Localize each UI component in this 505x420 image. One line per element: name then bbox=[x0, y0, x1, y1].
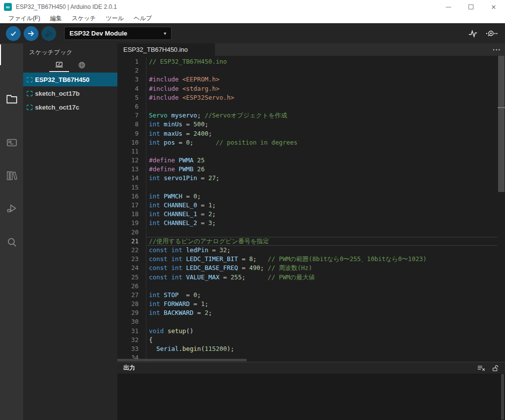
maximize-button[interactable] bbox=[460, 0, 482, 14]
sketch-list: ESP32_TB67H450sketch_oct17bsketch_oct17c bbox=[23, 73, 117, 114]
verify-button[interactable] bbox=[6, 26, 21, 41]
line-number: 12 bbox=[117, 156, 146, 165]
activity-sketchbook[interactable] bbox=[0, 88, 23, 110]
code-line-19[interactable]: 19int CHANNEL_2 = 3; bbox=[117, 219, 497, 228]
code-line-14[interactable]: 14int servo1Pin = 27; bbox=[117, 174, 497, 183]
serial-monitor-button[interactable] bbox=[485, 27, 498, 40]
code-line-text: const int LEDC_BASE_FREQ = 490; // 周波数(H… bbox=[146, 264, 497, 272]
sketch-item-sketch_oct17c[interactable]: sketch_oct17c bbox=[23, 100, 117, 114]
menu-item-2[interactable]: スケッチ bbox=[67, 14, 100, 23]
code-line-9[interactable]: 9int maxUs = 2400; bbox=[117, 129, 497, 138]
code-line-26[interactable]: 26 bbox=[117, 282, 497, 291]
code-line-7[interactable]: 7Servo myservo; //Servoオブジェクトを作成 bbox=[117, 111, 497, 120]
activity-boards-manager[interactable] bbox=[0, 132, 23, 153]
menu-item-4[interactable]: ヘルプ bbox=[129, 14, 156, 23]
code-line-text bbox=[146, 282, 497, 291]
vertical-scrollbar-thumb[interactable] bbox=[498, 56, 505, 192]
code-line-text: int pos = 0; // position in degrees bbox=[146, 138, 497, 147]
close-icon: ✕ bbox=[491, 4, 497, 10]
code-line-27[interactable]: 27int STOP = 0; bbox=[117, 291, 497, 300]
debug-button[interactable] bbox=[41, 26, 56, 41]
more-actions-button[interactable]: ··· bbox=[493, 43, 501, 56]
line-number: 31 bbox=[117, 327, 146, 336]
sketchbook-sidebar: スケッチブック bbox=[23, 43, 117, 420]
minimize-button[interactable] bbox=[437, 0, 460, 14]
code-editor[interactable]: 1// ESP32_TB67H450.ino23#include <EEPROM… bbox=[117, 56, 505, 362]
tab-local-sketchbook[interactable] bbox=[48, 58, 71, 72]
code-content[interactable]: 1// ESP32_TB67H450.ino23#include <EEPROM… bbox=[117, 57, 497, 362]
code-line-30[interactable]: 30 bbox=[117, 317, 497, 326]
code-line-4[interactable]: 4#include <stdarg.h> bbox=[117, 84, 497, 93]
activity-library-manager[interactable] bbox=[0, 165, 23, 187]
globe-icon bbox=[77, 60, 87, 70]
code-line-12[interactable]: 12#define PWMA 25 bbox=[117, 156, 497, 165]
output-panel-content[interactable] bbox=[117, 374, 505, 420]
code-line-text: int FORWARD = 1; bbox=[146, 300, 497, 308]
code-line-18[interactable]: 18int CHANNEL_1 = 2; bbox=[117, 210, 497, 219]
menu-item-3[interactable]: ツール bbox=[102, 14, 129, 23]
sketch-item-sketch_oct17b[interactable]: sketch_oct17b bbox=[23, 86, 117, 100]
code-line-11[interactable]: 11 bbox=[117, 147, 497, 156]
line-number: 8 bbox=[117, 120, 146, 129]
code-line-text: { bbox=[146, 336, 497, 344]
code-line-31[interactable]: 31void setup() bbox=[117, 327, 497, 336]
code-line-22[interactable]: 22const int ledPin = 32; bbox=[117, 246, 497, 255]
code-line-2[interactable]: 2 bbox=[117, 66, 497, 75]
menu-item-0[interactable]: ファイル(F) bbox=[4, 14, 44, 23]
sketch-item-ESP32_TB67H450[interactable]: ESP32_TB67H450 bbox=[23, 73, 117, 86]
close-button[interactable]: ✕ bbox=[482, 0, 505, 14]
clear-output-button[interactable] bbox=[476, 364, 486, 373]
code-line-13[interactable]: 13#define PWMB 26 bbox=[117, 165, 497, 174]
activity-search[interactable] bbox=[0, 231, 23, 253]
tab-label: ESP32_TB67H450.ino bbox=[123, 46, 188, 53]
activity-debug[interactable] bbox=[0, 197, 23, 219]
debug-play-icon bbox=[44, 29, 54, 38]
code-line-text bbox=[146, 228, 497, 237]
board-icon bbox=[5, 136, 18, 149]
line-number: 16 bbox=[117, 192, 146, 201]
code-line-24[interactable]: 24const int LEDC_BASE_FREQ = 490; // 周波数… bbox=[117, 264, 497, 272]
code-line-33[interactable]: 33 Serial.begin(115200); bbox=[117, 344, 497, 353]
code-line-32[interactable]: 32{ bbox=[117, 336, 497, 344]
arduino-ide-window: ∞ ESP32_TB67H450 | Arduino IDE 2.0.1 ✕ フ… bbox=[0, 0, 505, 420]
code-line-20[interactable]: 20 bbox=[117, 228, 497, 237]
code-line-16[interactable]: 16int PWMCH = 0; bbox=[117, 192, 497, 201]
code-line-text: const int ledPin = 32; bbox=[146, 246, 497, 255]
panel-scrollbar-thumb[interactable] bbox=[501, 374, 504, 420]
code-line-6[interactable]: 6 bbox=[117, 102, 497, 111]
line-number: 19 bbox=[117, 219, 146, 228]
code-line-3[interactable]: 3#include <EEPROM.h> bbox=[117, 75, 497, 84]
horizontal-scrollbar-thumb[interactable] bbox=[117, 359, 247, 361]
tab-cloud-sketchbook[interactable] bbox=[71, 58, 93, 72]
code-line-21[interactable]: 21//使用するピンのアナログピン番号を指定 bbox=[117, 237, 497, 246]
code-line-text: #include <ESP32Servo.h> bbox=[146, 93, 497, 102]
debug-icon bbox=[5, 202, 18, 215]
code-line-17[interactable]: 17int CHANNEL_0 = 1; bbox=[117, 201, 497, 210]
line-number: 28 bbox=[117, 300, 146, 308]
code-line-28[interactable]: 28int FORWARD = 1; bbox=[117, 300, 497, 308]
maximize-icon bbox=[469, 4, 473, 9]
serial-plotter-button[interactable] bbox=[467, 27, 479, 40]
toggle-autoscroll-button[interactable] bbox=[490, 364, 500, 373]
code-line-8[interactable]: 8int minUs = 500; bbox=[117, 120, 497, 129]
line-number: 15 bbox=[117, 183, 146, 192]
line-number: 24 bbox=[117, 264, 146, 272]
upload-button[interactable] bbox=[24, 26, 38, 41]
code-line-1[interactable]: 1// ESP32_TB67H450.ino bbox=[117, 57, 497, 66]
code-line-text: int CHANNEL_0 = 1; bbox=[146, 201, 497, 210]
code-line-text: int maxUs = 2400; bbox=[146, 129, 497, 138]
line-number: 29 bbox=[117, 308, 146, 317]
code-line-25[interactable]: 25const int VALUE_MAX = 255; // PWMの最大値 bbox=[117, 273, 497, 282]
line-number: 32 bbox=[117, 336, 146, 344]
code-line-23[interactable]: 23const int LEDC_TIMER_BIT = 8; // PWMの範… bbox=[117, 255, 497, 264]
code-line-text: const int LEDC_TIMER_BIT = 8; // PWMの範囲(… bbox=[146, 255, 497, 264]
tab-sketch-file[interactable]: ESP32_TB67H450.ino bbox=[117, 43, 215, 56]
board-selector[interactable]: ESP32 Dev Module ▾ bbox=[64, 27, 172, 40]
line-number: 25 bbox=[117, 273, 146, 282]
code-line-29[interactable]: 29int BACKWARD = 2; bbox=[117, 308, 497, 317]
code-line-5[interactable]: 5#include <ESP32Servo.h> bbox=[117, 93, 497, 102]
menu-item-1[interactable]: 編集 bbox=[45, 14, 66, 23]
code-line-10[interactable]: 10int pos = 0; // position in degrees bbox=[117, 138, 497, 147]
sketch-item-label: ESP32_TB67H450 bbox=[35, 76, 90, 83]
code-line-15[interactable]: 15 bbox=[117, 183, 497, 192]
